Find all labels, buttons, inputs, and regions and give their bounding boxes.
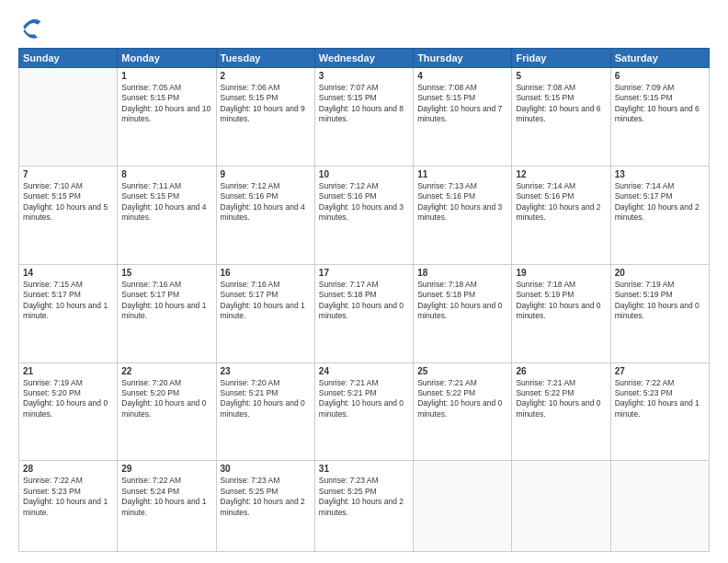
day-number: 5	[516, 71, 606, 81]
day-number: 3	[319, 71, 409, 81]
calendar-cell: 8Sunrise: 7:11 AMSunset: 5:15 PMDaylight…	[118, 166, 216, 264]
weekday-header-friday: Friday	[512, 49, 610, 68]
weekday-header-saturday: Saturday	[610, 49, 709, 68]
day-number: 17	[319, 268, 409, 278]
day-info: Sunrise: 7:19 AMSunset: 5:19 PMDaylight:…	[615, 280, 705, 322]
calendar-cell: 12Sunrise: 7:14 AMSunset: 5:16 PMDayligh…	[512, 166, 610, 264]
day-number: 26	[516, 366, 606, 376]
weekday-header-wednesday: Wednesday	[314, 49, 413, 68]
calendar-cell: 25Sunrise: 7:21 AMSunset: 5:22 PMDayligh…	[414, 362, 512, 461]
calendar-cell: 11Sunrise: 7:13 AMSunset: 5:16 PMDayligh…	[414, 166, 512, 264]
day-info: Sunrise: 7:14 AMSunset: 5:16 PMDaylight:…	[516, 181, 606, 224]
calendar-cell: 4Sunrise: 7:08 AMSunset: 5:15 PMDaylight…	[414, 68, 512, 167]
calendar-cell	[512, 461, 610, 552]
logo	[18, 17, 48, 42]
day-number: 6	[615, 71, 705, 81]
day-info: Sunrise: 7:06 AMSunset: 5:15 PMDaylight:…	[221, 83, 311, 125]
calendar-cell: 27Sunrise: 7:22 AMSunset: 5:23 PMDayligh…	[610, 362, 709, 461]
calendar-cell	[19, 68, 118, 167]
calendar-cell	[610, 461, 709, 552]
calendar-cell: 5Sunrise: 7:08 AMSunset: 5:15 PMDaylight…	[512, 68, 610, 167]
day-number: 2	[221, 71, 311, 81]
calendar-cell	[414, 461, 512, 552]
calendar-cell: 19Sunrise: 7:18 AMSunset: 5:19 PMDayligh…	[512, 264, 610, 362]
day-number: 14	[23, 268, 113, 278]
day-info: Sunrise: 7:12 AMSunset: 5:16 PMDaylight:…	[221, 181, 311, 224]
day-number: 12	[516, 169, 606, 179]
calendar-cell: 13Sunrise: 7:14 AMSunset: 5:17 PMDayligh…	[610, 166, 709, 264]
day-number: 13	[615, 169, 705, 179]
day-info: Sunrise: 7:22 AMSunset: 5:24 PMDaylight:…	[121, 476, 211, 518]
calendar-cell: 26Sunrise: 7:21 AMSunset: 5:22 PMDayligh…	[512, 362, 610, 461]
calendar-cell: 16Sunrise: 7:16 AMSunset: 5:17 PMDayligh…	[216, 264, 314, 362]
day-info: Sunrise: 7:09 AMSunset: 5:15 PMDaylight:…	[615, 83, 705, 125]
calendar-week-row: 21Sunrise: 7:19 AMSunset: 5:20 PMDayligh…	[19, 362, 710, 461]
calendar-cell: 6Sunrise: 7:09 AMSunset: 5:15 PMDaylight…	[610, 68, 709, 167]
calendar-cell: 9Sunrise: 7:12 AMSunset: 5:16 PMDaylight…	[216, 166, 314, 264]
calendar-cell: 7Sunrise: 7:10 AMSunset: 5:15 PMDaylight…	[19, 166, 118, 264]
calendar-cell: 20Sunrise: 7:19 AMSunset: 5:19 PMDayligh…	[610, 264, 709, 362]
day-info: Sunrise: 7:07 AMSunset: 5:15 PMDaylight:…	[319, 83, 409, 125]
calendar-week-row: 1Sunrise: 7:05 AMSunset: 5:15 PMDaylight…	[19, 68, 710, 167]
day-info: Sunrise: 7:21 AMSunset: 5:22 PMDaylight:…	[516, 378, 606, 420]
calendar-cell: 2Sunrise: 7:06 AMSunset: 5:15 PMDaylight…	[216, 68, 314, 167]
day-info: Sunrise: 7:20 AMSunset: 5:21 PMDaylight:…	[221, 378, 311, 420]
day-info: Sunrise: 7:08 AMSunset: 5:15 PMDaylight:…	[516, 83, 606, 125]
calendar-cell: 14Sunrise: 7:15 AMSunset: 5:17 PMDayligh…	[19, 264, 118, 362]
day-number: 27	[615, 366, 705, 376]
day-number: 19	[516, 268, 606, 278]
calendar-cell: 29Sunrise: 7:22 AMSunset: 5:24 PMDayligh…	[118, 461, 216, 552]
calendar-cell: 22Sunrise: 7:20 AMSunset: 5:20 PMDayligh…	[118, 362, 216, 461]
day-number: 23	[221, 366, 311, 376]
day-number: 21	[23, 366, 113, 376]
day-info: Sunrise: 7:21 AMSunset: 5:21 PMDaylight:…	[319, 378, 409, 420]
day-info: Sunrise: 7:20 AMSunset: 5:20 PMDaylight:…	[121, 378, 211, 420]
calendar-cell: 24Sunrise: 7:21 AMSunset: 5:21 PMDayligh…	[314, 362, 413, 461]
day-info: Sunrise: 7:18 AMSunset: 5:18 PMDaylight:…	[417, 280, 507, 322]
calendar-cell: 30Sunrise: 7:23 AMSunset: 5:25 PMDayligh…	[216, 461, 314, 552]
day-info: Sunrise: 7:16 AMSunset: 5:17 PMDaylight:…	[221, 280, 311, 322]
day-number: 1	[121, 71, 211, 81]
day-number: 4	[417, 71, 507, 81]
day-info: Sunrise: 7:22 AMSunset: 5:23 PMDaylight:…	[23, 476, 113, 518]
weekday-header-thursday: Thursday	[414, 49, 512, 68]
day-number: 8	[121, 169, 211, 179]
day-info: Sunrise: 7:16 AMSunset: 5:17 PMDaylight:…	[121, 280, 211, 322]
day-info: Sunrise: 7:19 AMSunset: 5:20 PMDaylight:…	[23, 378, 113, 420]
day-number: 9	[221, 169, 311, 179]
header	[18, 17, 710, 42]
day-info: Sunrise: 7:05 AMSunset: 5:15 PMDaylight:…	[121, 83, 211, 125]
page: SundayMondayTuesdayWednesdayThursdayFrid…	[0, 0, 728, 563]
day-info: Sunrise: 7:11 AMSunset: 5:15 PMDaylight:…	[121, 181, 211, 224]
day-info: Sunrise: 7:17 AMSunset: 5:18 PMDaylight:…	[319, 280, 409, 322]
calendar-cell: 31Sunrise: 7:23 AMSunset: 5:25 PMDayligh…	[314, 461, 413, 552]
weekday-header-row: SundayMondayTuesdayWednesdayThursdayFrid…	[19, 49, 710, 68]
calendar-cell: 21Sunrise: 7:19 AMSunset: 5:20 PMDayligh…	[19, 362, 118, 461]
day-number: 24	[319, 366, 409, 376]
calendar-cell: 3Sunrise: 7:07 AMSunset: 5:15 PMDaylight…	[314, 68, 413, 167]
weekday-header-sunday: Sunday	[19, 49, 118, 68]
day-info: Sunrise: 7:10 AMSunset: 5:15 PMDaylight:…	[23, 181, 113, 224]
calendar-week-row: 14Sunrise: 7:15 AMSunset: 5:17 PMDayligh…	[19, 264, 710, 362]
day-number: 20	[615, 268, 705, 278]
day-info: Sunrise: 7:13 AMSunset: 5:16 PMDaylight:…	[417, 181, 507, 224]
day-info: Sunrise: 7:12 AMSunset: 5:16 PMDaylight:…	[319, 181, 409, 224]
day-info: Sunrise: 7:23 AMSunset: 5:25 PMDaylight:…	[319, 476, 409, 518]
day-number: 18	[417, 268, 507, 278]
day-number: 31	[319, 464, 409, 474]
day-number: 29	[121, 464, 211, 474]
day-info: Sunrise: 7:08 AMSunset: 5:15 PMDaylight:…	[417, 83, 507, 125]
day-number: 28	[23, 464, 113, 474]
day-info: Sunrise: 7:14 AMSunset: 5:17 PMDaylight:…	[615, 181, 705, 224]
day-info: Sunrise: 7:22 AMSunset: 5:23 PMDaylight:…	[615, 378, 705, 420]
calendar-week-row: 28Sunrise: 7:22 AMSunset: 5:23 PMDayligh…	[19, 461, 710, 552]
day-info: Sunrise: 7:23 AMSunset: 5:25 PMDaylight:…	[221, 476, 311, 518]
calendar-cell: 18Sunrise: 7:18 AMSunset: 5:18 PMDayligh…	[414, 264, 512, 362]
day-number: 11	[417, 169, 507, 179]
calendar-cell: 15Sunrise: 7:16 AMSunset: 5:17 PMDayligh…	[118, 264, 216, 362]
day-info: Sunrise: 7:15 AMSunset: 5:17 PMDaylight:…	[23, 280, 113, 322]
calendar-cell: 23Sunrise: 7:20 AMSunset: 5:21 PMDayligh…	[216, 362, 314, 461]
day-number: 16	[221, 268, 311, 278]
day-number: 30	[221, 464, 311, 474]
weekday-header-tuesday: Tuesday	[216, 49, 314, 68]
